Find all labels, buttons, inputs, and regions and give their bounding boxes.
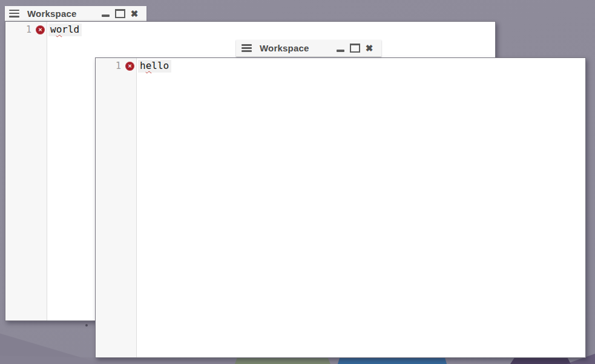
minimize-icon — [337, 50, 344, 52]
close-button[interactable]: ✖ — [362, 42, 376, 54]
maximize-icon — [350, 44, 360, 53]
minimize-button[interactable] — [98, 7, 113, 19]
window-title: Workspace — [27, 8, 77, 19]
front-window-body: 1 ✕ hello — [95, 57, 586, 358]
front-window-titlebar[interactable]: Workspace ✖ — [236, 40, 381, 57]
back-window-titlebar[interactable]: Workspace ✖ — [5, 6, 146, 21]
menu-icon[interactable] — [242, 44, 252, 52]
code-text: h — [140, 60, 146, 71]
close-icon: ✖ — [131, 9, 139, 18]
editor-gutter: 1 ✕ — [96, 58, 137, 357]
menu-icon[interactable] — [9, 10, 19, 18]
editor-area[interactable]: hello — [137, 58, 585, 357]
close-button[interactable]: ✖ — [127, 7, 142, 19]
maximize-button[interactable] — [347, 42, 362, 54]
maximize-icon — [115, 9, 125, 18]
code-text: llo — [151, 60, 169, 71]
error-icon[interactable]: ✕ — [125, 62, 134, 71]
maximize-button[interactable] — [113, 7, 127, 19]
close-icon: ✖ — [366, 44, 373, 53]
line-number: 1 — [26, 24, 31, 36]
minimize-icon — [102, 15, 110, 17]
code-text: w — [50, 24, 56, 35]
code-line[interactable]: hello — [138, 60, 171, 73]
code-text: rld — [62, 24, 79, 35]
editor-gutter: 1 ✕ — [5, 22, 47, 320]
code-line[interactable]: world — [48, 24, 82, 36]
desktop-wallpaper: Workspace ✖ 1 ✕ world Workspace ✖ 1 — [0, 0, 595, 364]
window-title: Workspace — [260, 43, 309, 53]
spellcheck-squiggle: o — [56, 24, 62, 35]
line-number: 1 — [116, 60, 121, 72]
wallpaper-speck — [85, 324, 88, 327]
error-icon[interactable]: ✕ — [36, 25, 45, 34]
spellcheck-squiggle: e — [146, 60, 152, 71]
minimize-button[interactable] — [333, 42, 347, 54]
